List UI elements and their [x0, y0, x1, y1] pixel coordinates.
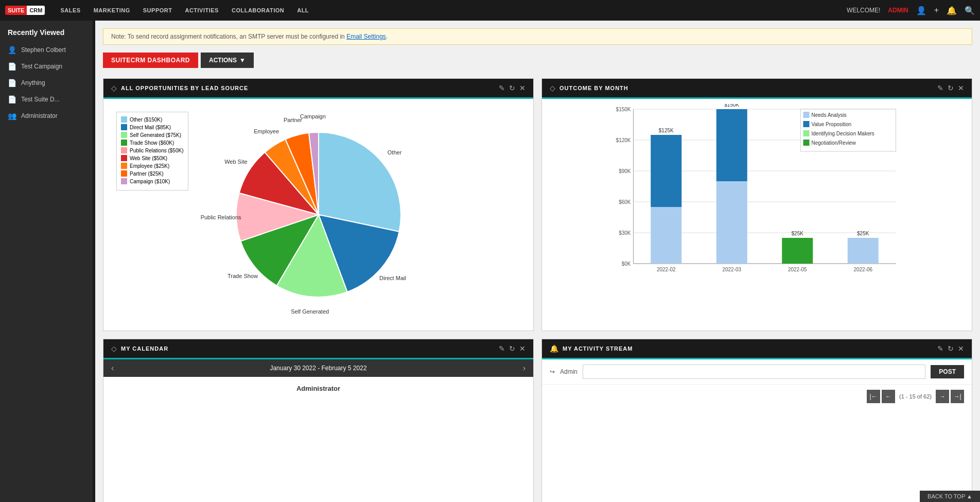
calendar-date-range: January 30 2022 - February 5 2022 — [270, 365, 366, 372]
svg-text:$150K: $150K — [724, 104, 739, 108]
pie-label-6: Employee — [254, 128, 279, 134]
nav-item-support[interactable]: SUPPORT — [138, 5, 178, 16]
sidebar-item-icon-4: 👥 — [8, 112, 16, 120]
activity-bell-icon: 🔔 — [550, 344, 558, 353]
nav-items: SALESMARKETINGSUPPORTACTIVITIESCOLLABORA… — [55, 5, 847, 16]
svg-rect-27 — [803, 130, 810, 136]
edit-bar-widget-icon[interactable]: ✎ — [937, 84, 943, 92]
legend-item: Other ($150K) — [121, 116, 184, 123]
edit-widget-icon[interactable]: ✎ — [499, 84, 505, 92]
legend-item: Self Generated ($75K) — [121, 132, 184, 138]
nav-right: WELCOME! ADMIN 👤 + 🔔 🔍 — [847, 6, 975, 15]
pie-chart-body: Other ($150K)Direct Mail ($85K)Self Gene… — [103, 99, 533, 331]
bar-widget-actions: ✎ ↻ ✕ — [937, 84, 964, 92]
nav-item-activities[interactable]: ACTIVITIES — [180, 5, 224, 16]
chevron-down-icon: ▼ — [239, 57, 246, 64]
calendar-prev-btn[interactable]: ‹ — [111, 363, 114, 373]
nav-item-sales[interactable]: SALES — [55, 5, 85, 16]
next-page-button[interactable]: → — [936, 390, 949, 403]
edit-calendar-icon[interactable]: ✎ — [499, 344, 505, 353]
post-button[interactable]: POST — [931, 365, 964, 378]
first-page-button[interactable]: |← — [867, 390, 880, 403]
refresh-activity-icon[interactable]: ↻ — [948, 344, 954, 353]
legend-item: Direct Mail ($85K) — [121, 124, 184, 130]
sidebar-item-4[interactable]: 👥 Administrator ✎ — [0, 108, 95, 124]
sidebar-item-icon-0: 👤 — [8, 46, 16, 54]
svg-text:2022-06: 2022-06 — [853, 267, 872, 272]
sidebar-item-text-2: Anything — [21, 79, 82, 86]
activity-stream-header: 🔔 MY ACTIVITY STREAM ✎ ↻ ✕ — [542, 339, 972, 359]
legend-item: Trade Show ($60K) — [121, 140, 184, 146]
bar-segment — [716, 181, 747, 264]
pie-container: Other ($150K)Direct Mail ($85K)Self Gene… — [111, 107, 526, 323]
bar-chart-body: $0K$30K$60K$90K$120K$150K$125K2022-02$15… — [542, 99, 972, 315]
sidebar-item-icon-3: 📄 — [8, 95, 16, 103]
pie-chart-title: ALL OPPORTUNITIES BY LEAD SOURCE — [121, 85, 495, 91]
svg-text:2022-02: 2022-02 — [657, 267, 676, 272]
calendar-date-bar: ‹ January 30 2022 - February 5 2022 › — [103, 359, 533, 377]
svg-text:$125K: $125K — [659, 128, 674, 133]
refresh-calendar-icon[interactable]: ↻ — [509, 344, 515, 353]
close-activity-icon[interactable]: ✕ — [958, 344, 964, 353]
close-widget-icon[interactable]: ✕ — [519, 84, 526, 92]
svg-text:Negotiation/Review: Negotiation/Review — [812, 140, 856, 146]
admin-name[interactable]: ADMIN — [888, 7, 908, 14]
svg-text:$25K: $25K — [857, 231, 869, 236]
suitecrm-dashboard-button[interactable]: SUITECRM DASHBOARD — [103, 53, 198, 68]
sidebar-item-0[interactable]: 👤 Stephen Colbert ✎ — [0, 42, 95, 58]
sidebar-item-3[interactable]: 📄 Test Suite D... ✎ — [0, 91, 95, 108]
bar-segment — [716, 109, 747, 181]
sidebar-item-1[interactable]: 📄 Test Campaign ✎ — [0, 58, 95, 75]
activity-stream-body: ↪ Admin POST |← ← (1 - 15 of 62) → →| — [542, 359, 972, 502]
widget-cube-icon: ◇ — [111, 84, 117, 92]
refresh-widget-icon[interactable]: ↻ — [509, 84, 515, 92]
notification-icon[interactable]: 🔔 — [947, 6, 957, 15]
svg-text:$0K: $0K — [622, 261, 631, 267]
last-page-button[interactable]: →| — [951, 390, 964, 403]
user-icon[interactable]: 👤 — [916, 6, 926, 15]
legend-item: Campaign ($10K) — [121, 178, 184, 184]
activity-post-input[interactable] — [583, 365, 925, 379]
nav-item-all[interactable]: ALL — [292, 5, 314, 16]
activity-widget-actions: ✎ ↻ ✕ — [937, 344, 964, 353]
back-to-top-button[interactable]: BACK TO TOP ▲ — [920, 491, 980, 502]
note-text: Note: To send record assignment notifica… — [111, 33, 346, 40]
logo[interactable]: SUITE CRM — [5, 6, 45, 15]
edit-activity-icon[interactable]: ✎ — [937, 344, 943, 353]
calendar-header: ◇ MY CALENDAR ✎ ↻ ✕ — [103, 339, 533, 359]
sidebar-items: 👤 Stephen Colbert ✎ 📄 Test Campaign ✎ 📄 … — [0, 42, 95, 124]
pie-chart-header: ◇ ALL OPPORTUNITIES BY LEAD SOURCE ✎ ↻ ✕ — [103, 79, 533, 99]
search-icon[interactable]: 🔍 — [965, 6, 975, 15]
sidebar-item-text-3: Test Suite D... — [21, 96, 82, 103]
add-icon[interactable]: + — [934, 6, 939, 15]
calendar-next-btn[interactable]: › — [523, 363, 526, 373]
calendar-widget-actions: ✎ ↻ ✕ — [499, 344, 526, 353]
sidebar-item-text-0: Stephen Colbert — [21, 46, 82, 54]
nav-item-collaboration[interactable]: COLLABORATION — [226, 5, 289, 16]
sidebar-item-2[interactable]: 📄 Anything ✎ — [0, 75, 95, 91]
activity-input-area: ↪ Admin POST — [542, 359, 972, 385]
welcome-text: WELCOME! — [847, 7, 880, 14]
calendar-body: ‹ January 30 2022 - February 5 2022 › Ad… — [103, 359, 533, 502]
svg-text:$60K: $60K — [619, 199, 631, 205]
refresh-bar-widget-icon[interactable]: ↻ — [948, 84, 954, 92]
notification-bar: Note: To send record assignment notifica… — [103, 28, 972, 45]
dashboard-grid: ◇ ALL OPPORTUNITIES BY LEAD SOURCE ✎ ↻ ✕… — [103, 78, 972, 502]
pie-label-8: Campaign — [300, 113, 325, 119]
close-calendar-icon[interactable]: ✕ — [519, 344, 526, 353]
top-navigation: SUITE CRM SALESMARKETINGSUPPORTACTIVITIE… — [0, 0, 980, 21]
svg-text:$150K: $150K — [616, 107, 631, 112]
prev-page-button[interactable]: ← — [882, 390, 895, 403]
pie-label-5: Web Site — [224, 159, 247, 165]
legend-item: Employee ($25K) — [121, 163, 184, 169]
nav-item-marketing[interactable]: MARKETING — [89, 5, 135, 16]
email-settings-link[interactable]: Email Settings — [346, 33, 386, 40]
bar-chart-area: $0K$30K$60K$90K$120K$150K$125K2022-02$15… — [547, 104, 967, 305]
sidebar-resizer[interactable] — [93, 21, 95, 502]
actions-button[interactable]: ACTIONS ▼ — [201, 53, 254, 68]
close-bar-widget-icon[interactable]: ✕ — [958, 84, 964, 92]
pie-label-1: Direct Mail — [379, 275, 406, 281]
calendar-day-label: Administrator — [103, 377, 533, 400]
legend-item: Public Relations ($50K) — [121, 147, 184, 153]
sidebar-item-icon-1: 📄 — [8, 62, 16, 71]
